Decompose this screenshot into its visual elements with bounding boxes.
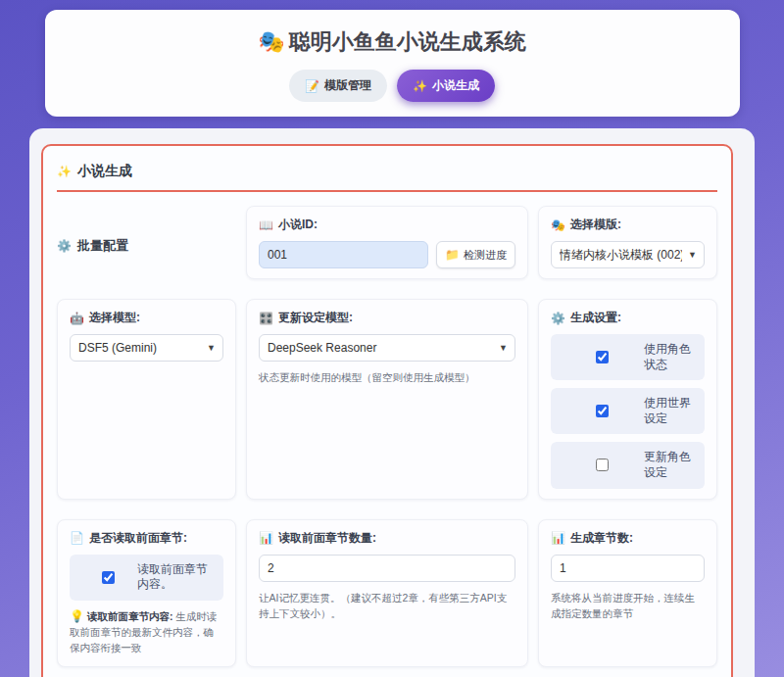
settings-model-label-text: 更新设定模型: (278, 310, 353, 326)
template-label-text: 选择模版: (570, 217, 621, 233)
gear-icon: ⚙️ (57, 240, 72, 252)
settings-model-panel: 🎛️ 更新设定模型: DeepSeek Reasoner ▼ 状态更新时使用的模… (246, 299, 528, 500)
read-previous-panel: 📄 是否读取前面章节: 读取前面章节内容。 💡 读取前面章节内容: 生成时读取前… (57, 519, 236, 667)
tab-template-management-label: 模版管理 (324, 77, 371, 94)
read-previous-label: 📄 是否读取前面章节: (70, 530, 223, 547)
tab-bar: 📝 模版管理 ✨ 小说生成 (45, 70, 740, 102)
app-title: 🎭聪明小鱼鱼小说生成系统 (45, 27, 740, 57)
read-previous-checkbox[interactable] (102, 571, 115, 584)
read-previous-label-text: 是否读取前面章节: (89, 530, 187, 547)
sparkles-icon: ✨ (413, 80, 427, 92)
use-world-setting-row: 使用世界设定 (551, 388, 705, 434)
chapter-count-label: 📊 生成章节数: (551, 530, 705, 547)
check-progress-button[interactable]: 📁 检测进度 (436, 241, 515, 268)
update-character-setting-checkbox[interactable] (596, 459, 609, 471)
config-grid: ⚙️ 批量配置 📖 小说ID: 📁 检测进度 🎭 (57, 206, 717, 667)
read-previous-hint: 💡 读取前面章节内容: 生成时读取前面章节的最新文件内容，确保内容衔接一致 (70, 608, 223, 656)
template-label: 🎭 选择模版: (551, 217, 705, 233)
chapter-count-label-text: 生成章节数: (570, 530, 633, 547)
use-world-setting-label: 使用世界设定 (644, 396, 695, 426)
previous-count-label-text: 读取前面章节数量: (278, 530, 376, 547)
model-panel: 🤖 选择模型: DSF5 (Gemini) ▼ (57, 299, 236, 500)
robot-icon: 🤖 (70, 313, 84, 324)
chapter-count-hint: 系统将从当前进度开始，连续生成指定数量的章节 (551, 590, 705, 622)
settings-model-label: 🎛️ 更新设定模型: (259, 310, 515, 326)
theater-masks-icon: 🎭 (551, 219, 565, 231)
section-title-text: 小说生成 (77, 163, 132, 180)
document-icon: 📄 (70, 532, 84, 544)
lightbulb-icon: 💡 (70, 609, 84, 623)
tab-template-management[interactable]: 📝 模版管理 (289, 70, 387, 102)
chapter-count-panel: 📊 生成章节数: 系统将从当前进度开始，连续生成指定数量的章节 (538, 519, 717, 667)
use-character-status-row: 使用角色状态 (551, 334, 705, 380)
app-title-text: 聪明小鱼鱼小说生成系统 (289, 29, 526, 54)
generation-settings-label: ⚙️ 生成设置: (551, 310, 705, 326)
model-label: 🤖 选择模型: (70, 310, 223, 326)
novel-id-label: 📖 小说ID: (259, 217, 515, 233)
model-label-text: 选择模型: (89, 310, 140, 326)
previous-count-input[interactable] (259, 555, 515, 582)
sparkles-icon: ✨ (57, 166, 72, 177)
settings-model-select[interactable]: DeepSeek Reasoner (259, 334, 515, 362)
gear-icon: ⚙️ (551, 313, 565, 324)
novel-id-input[interactable] (259, 241, 428, 268)
read-previous-row: 读取前面章节内容。 (70, 555, 223, 601)
novel-id-label-text: 小说ID: (278, 217, 318, 233)
bar-chart-icon: 📊 (551, 532, 565, 544)
theater-masks-icon: 🎭 (258, 29, 284, 54)
section-title: ✨ 小说生成 (57, 158, 717, 192)
content-shell: ✨ 小说生成 ⚙️ 批量配置 📖 小说ID: 📁 检测进度 (29, 128, 755, 677)
use-world-setting-checkbox[interactable] (596, 405, 609, 417)
header-card: 🎭聪明小鱼鱼小说生成系统 📝 模版管理 ✨ 小说生成 (45, 10, 740, 117)
previous-count-label: 📊 读取前面章节数量: (259, 530, 515, 547)
update-character-setting-row: 更新角色设定 (551, 442, 705, 488)
generation-settings-panel: ⚙️ 生成设置: 使用角色状态 使用世界设定 更新角色设定 (538, 299, 717, 500)
bar-chart-icon: 📊 (259, 532, 273, 544)
use-character-status-label: 使用角色状态 (644, 342, 695, 372)
read-previous-checkbox-label: 读取前面章节内容。 (137, 562, 214, 593)
book-icon: 📖 (259, 219, 273, 231)
update-character-setting-label: 更新角色设定 (644, 450, 695, 480)
novel-id-panel: 📖 小说ID: 📁 检测进度 (246, 206, 528, 279)
model-select[interactable]: DSF5 (Gemini) (70, 334, 223, 362)
template-panel: 🎭 选择模版: 情绪内核小说模板 (002) ▼ (538, 206, 717, 279)
tab-novel-generation[interactable]: ✨ 小说生成 (397, 70, 495, 102)
batch-config-heading-text: 批量配置 (77, 237, 128, 255)
use-character-status-checkbox[interactable] (596, 351, 609, 363)
read-previous-hint-bold: 读取前面章节内容: (87, 610, 173, 622)
check-progress-button-label: 检测进度 (464, 248, 507, 263)
batch-config-heading: ⚙️ 批量配置 (57, 206, 236, 279)
settings-model-hint: 状态更新时使用的模型（留空则使用生成模型） (259, 369, 515, 385)
chapter-count-input[interactable] (551, 555, 705, 582)
control-knobs-icon: 🎛️ (259, 313, 273, 324)
previous-count-panel: 📊 读取前面章节数量: 让AI记忆更连贯。（建议不超过2章，有些第三方API支持… (246, 519, 528, 667)
memo-icon: 📝 (305, 80, 319, 92)
folder-icon: 📁 (445, 249, 460, 261)
novel-generation-card: ✨ 小说生成 ⚙️ 批量配置 📖 小说ID: 📁 检测进度 (41, 144, 733, 677)
tab-novel-generation-label: 小说生成 (432, 77, 479, 94)
generation-settings-label-text: 生成设置: (570, 310, 621, 326)
template-select[interactable]: 情绪内核小说模板 (002) (551, 241, 705, 268)
previous-count-hint: 让AI记忆更连贯。（建议不超过2章，有些第三方API支持上下文较小）。 (259, 590, 515, 622)
